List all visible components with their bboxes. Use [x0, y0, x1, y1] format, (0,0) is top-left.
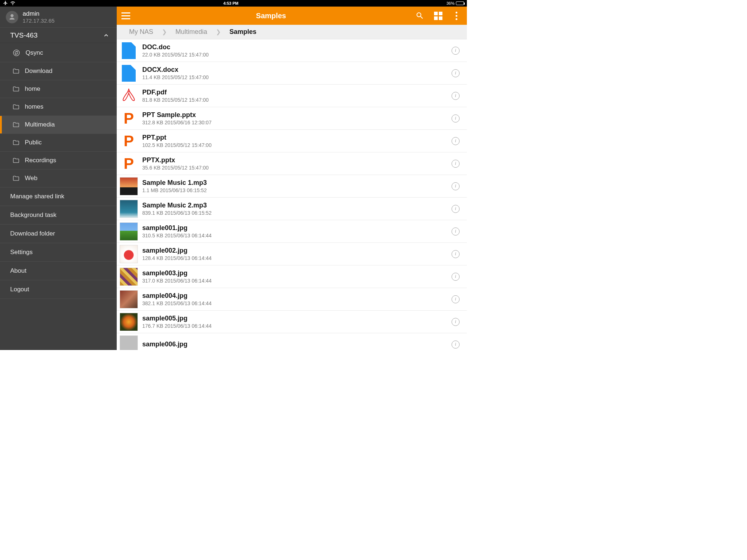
file-name: sample006.jpg [142, 341, 449, 348]
file-name: sample004.jpg [142, 292, 449, 300]
file-details: 310.5 KB 2015/06/13 06:14:44 [142, 233, 449, 238]
info-icon: i [452, 92, 460, 100]
file-row[interactable]: sample004.jpg382.1 KB 2015/06/13 06:14:4… [117, 288, 467, 311]
file-name: PDF.pdf [142, 89, 449, 96]
sidebar-folder-public[interactable]: Public [0, 134, 117, 152]
menu-item-settings[interactable]: Settings [0, 243, 117, 262]
breadcrumb-item[interactable]: My NAS [129, 28, 153, 36]
file-name: DOC.doc [142, 43, 449, 51]
file-name: sample001.jpg [142, 224, 449, 232]
menu-item-logout[interactable]: Logout [0, 280, 117, 299]
file-list[interactable]: DOC.doc22.0 KB 2015/05/12 15:47:00iDOCX.… [117, 39, 467, 350]
file-info-button[interactable]: i [449, 341, 462, 349]
file-details: 1.1 MB 2015/06/13 06:15:52 [142, 187, 449, 193]
breadcrumb-item: Samples [229, 28, 256, 36]
file-row[interactable]: DOCX.docx11.4 KB 2015/05/12 15:47:00i [117, 62, 467, 85]
ppt-file-icon: P [124, 110, 134, 127]
airplane-icon [3, 0, 8, 6]
file-details: 11.4 KB 2015/05/12 15:47:00 [142, 74, 449, 80]
info-icon: i [452, 228, 460, 236]
avatar [6, 11, 18, 23]
file-details: 176.7 KB 2015/06/13 06:14:44 [142, 323, 449, 329]
sidebar-folder-multimedia[interactable]: Multimedia [0, 116, 117, 134]
sidebar-folder-homes[interactable]: homes [0, 98, 117, 116]
breadcrumb-item[interactable]: Multimedia [175, 28, 207, 36]
file-info-button[interactable]: i [449, 205, 462, 213]
file-row[interactable]: sample006.jpgi [117, 333, 467, 350]
search-button[interactable] [411, 7, 429, 25]
info-icon: i [452, 137, 460, 145]
file-details: 102.5 KB 2015/05/12 15:47:00 [142, 142, 449, 148]
file-info-button[interactable]: i [449, 160, 462, 168]
menu-item-about[interactable]: About [0, 262, 117, 280]
file-row[interactable]: sample003.jpg317.0 KB 2015/06/13 06:14:4… [117, 265, 467, 288]
info-icon: i [452, 69, 460, 77]
grid-view-button[interactable] [429, 7, 447, 25]
info-icon: i [452, 114, 460, 122]
svg-point-0 [13, 50, 20, 56]
file-row[interactable]: PPPT.ppt102.5 KB 2015/05/12 15:47:00i [117, 130, 467, 152]
file-info-button[interactable]: i [449, 47, 462, 55]
device-row[interactable]: TVS-463 [0, 27, 117, 43]
menu-item-manage-shared-link[interactable]: Manage shared link [0, 187, 117, 206]
file-row[interactable]: sample005.jpg176.7 KB 2015/06/13 06:14:4… [117, 311, 467, 333]
battery-icon [456, 1, 464, 5]
folder-label: Public [25, 139, 42, 146]
sidebar-folder-download[interactable]: Download [0, 62, 117, 80]
file-name: sample005.jpg [142, 315, 449, 322]
file-row[interactable]: Sample Music 1.mp31.1 MB 2015/06/13 06:1… [117, 175, 467, 198]
file-row[interactable]: sample001.jpg310.5 KB 2015/06/13 06:14:4… [117, 220, 467, 243]
sidebar-folder-recordings[interactable]: Recordings [0, 152, 117, 170]
menu-item-background-task[interactable]: Background task [0, 206, 117, 225]
file-info-button[interactable]: i [449, 250, 462, 258]
file-row[interactable]: PDF.pdf81.8 KB 2015/05/12 15:47:00i [117, 85, 467, 107]
info-icon: i [452, 160, 460, 168]
file-name: sample002.jpg [142, 247, 449, 254]
file-name: PPT Sample.pptx [142, 111, 449, 119]
file-row[interactable]: sample002.jpg128.4 KB 2015/06/13 06:14:4… [117, 243, 467, 265]
file-row[interactable]: PPPT Sample.pptx312.8 KB 2015/06/16 12:3… [117, 107, 467, 130]
file-info-button[interactable]: i [449, 273, 462, 281]
file-info-button[interactable]: i [449, 228, 462, 236]
file-info-button[interactable]: i [449, 114, 462, 122]
docx-file-icon [122, 65, 136, 82]
image-thumb [120, 200, 138, 218]
info-icon: i [452, 273, 460, 281]
top-bar: Samples [117, 7, 467, 25]
file-details: 35.6 KB 2015/05/12 15:47:00 [142, 165, 449, 171]
image-thumb [120, 313, 138, 331]
sidebar-folder-home[interactable]: home [0, 80, 117, 98]
folder-label: home [25, 85, 40, 93]
file-row[interactable]: Sample Music 2.mp3839.1 KB 2015/06/13 06… [117, 198, 467, 220]
sidebar-folder-qsync[interactable]: Qsync [0, 44, 117, 62]
file-info-button[interactable]: i [449, 92, 462, 100]
more-button[interactable] [447, 7, 465, 25]
info-icon: i [452, 205, 460, 213]
file-name: sample003.jpg [142, 269, 449, 277]
file-info-button[interactable]: i [449, 318, 462, 326]
wifi-icon [10, 0, 15, 6]
menu-button[interactable] [117, 7, 135, 25]
folder-label: Qsync [26, 49, 43, 57]
file-name: Sample Music 1.mp3 [142, 179, 449, 187]
user-block[interactable]: admin 172.17.32.65 [0, 7, 117, 27]
status-time: 4:53 PM [15, 1, 446, 5]
sidebar-folder-web[interactable]: Web [0, 170, 117, 187]
status-left [3, 0, 15, 6]
file-info-button[interactable]: i [449, 137, 462, 145]
chevron-right-icon: ❯ [162, 28, 167, 35]
menu-item-download-folder[interactable]: Download folder [0, 225, 117, 243]
file-row[interactable]: DOC.doc22.0 KB 2015/05/12 15:47:00i [117, 39, 467, 62]
file-info-button[interactable]: i [449, 69, 462, 77]
folder-label: Download [25, 67, 53, 75]
image-thumb [120, 245, 138, 263]
file-row[interactable]: PPPTX.pptx35.6 KB 2015/05/12 15:47:00i [117, 152, 467, 175]
sidebar: admin 172.17.32.65 TVS-463 QsyncDownload… [0, 7, 117, 350]
ppt-file-icon: P [124, 155, 134, 172]
file-info-button[interactable]: i [449, 182, 462, 190]
file-info-button[interactable]: i [449, 295, 462, 303]
file-details: 22.0 KB 2015/05/12 15:47:00 [142, 52, 449, 58]
chevron-right-icon: ❯ [216, 28, 221, 35]
username: admin [23, 10, 55, 18]
info-icon: i [452, 318, 460, 326]
